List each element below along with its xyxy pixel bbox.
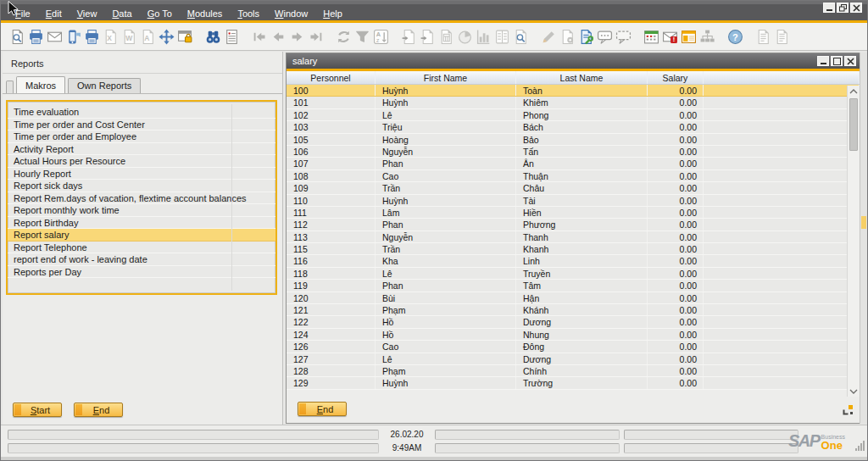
tab-makros[interactable]: Makros xyxy=(16,76,65,93)
table-row[interactable]: 120BùiHận0.00 xyxy=(287,292,860,304)
journal-icon[interactable] xyxy=(492,27,511,46)
menu-window[interactable]: Window xyxy=(267,7,315,20)
report-list-item[interactable]: Time per order and Employee xyxy=(8,131,275,143)
export-word-icon[interactable]: W xyxy=(120,27,138,46)
menu-edit[interactable]: Edit xyxy=(38,7,70,20)
table-row[interactable]: 109TrầnChâu0.00 xyxy=(287,182,860,194)
last-record-icon[interactable] xyxy=(306,27,325,46)
minimize-button[interactable] xyxy=(823,3,835,13)
table-row[interactable]: 122HồDương0.00 xyxy=(287,316,860,328)
scroll-down-button[interactable] xyxy=(848,386,860,397)
salary-end-button[interactable]: End xyxy=(298,402,347,416)
table-row[interactable]: 127LêDương0.00 xyxy=(287,353,860,365)
report-list-item[interactable]: Report Birthday xyxy=(8,217,275,230)
table-row[interactable]: 126CaoĐông0.00 xyxy=(287,341,860,353)
refresh-icon[interactable] xyxy=(334,27,353,46)
report-list-item[interactable]: Activity Report xyxy=(8,143,275,156)
scroll-up-button[interactable] xyxy=(848,86,860,97)
table-row[interactable]: 102LêPhong0.00 xyxy=(287,109,860,121)
report-list-item[interactable]: report end of work - leaving date xyxy=(8,253,275,266)
column-header-first-name[interactable]: First Name xyxy=(376,71,516,84)
export-excel-icon[interactable]: X xyxy=(101,27,120,46)
fax-icon[interactable] xyxy=(82,27,101,46)
table-row[interactable]: 107PhanÂn0.00 xyxy=(287,158,860,169)
doc-note-icon[interactable] xyxy=(754,27,772,46)
table-row[interactable]: 121PhạmKhánh0.00 xyxy=(287,304,860,316)
move-window-icon[interactable] xyxy=(157,27,175,46)
table-row[interactable]: 105HoàngBảo0.00 xyxy=(287,134,860,146)
form-settings-icon[interactable] xyxy=(576,27,595,46)
menu-tools[interactable]: Tools xyxy=(230,7,267,20)
new-document-icon[interactable] xyxy=(558,27,576,46)
mobile-sync-icon[interactable] xyxy=(64,27,82,46)
export-pdf-icon[interactable]: A xyxy=(138,27,157,46)
report-list-item[interactable]: Time evaluation xyxy=(8,106,275,119)
doc-note2-icon[interactable] xyxy=(772,27,791,46)
table-row[interactable]: 111LâmHiền0.00 xyxy=(287,207,860,219)
end-button[interactable]: End xyxy=(74,403,123,417)
print-preview-icon[interactable] xyxy=(8,27,26,46)
edit-pencil-icon[interactable] xyxy=(539,27,558,46)
menu-file[interactable]: File xyxy=(8,7,38,20)
table-row[interactable]: 129HuỳnhTrường0.00 xyxy=(287,377,860,389)
table-row[interactable]: 103TriệuBách0.00 xyxy=(287,121,860,133)
minimize-button[interactable] xyxy=(817,56,829,66)
pie-chart-icon[interactable] xyxy=(455,27,474,46)
close-button[interactable] xyxy=(844,56,856,66)
print-icon[interactable] xyxy=(26,27,45,46)
table-row[interactable]: 100HuỳnhToàn0.00 xyxy=(287,85,860,97)
scroll-thumb[interactable] xyxy=(849,98,858,151)
table-row[interactable]: 124HồNhung0.00 xyxy=(287,329,860,341)
start-button[interactable]: Start xyxy=(13,403,62,417)
copy-to-icon[interactable] xyxy=(418,27,437,46)
menu-view[interactable]: View xyxy=(70,7,105,20)
resize-grip[interactable] xyxy=(855,439,865,454)
report-list-item[interactable]: Report Rem.days of vacation, flextime ac… xyxy=(8,192,275,205)
report-list-item[interactable]: Hourly Report xyxy=(8,168,275,181)
close-button[interactable] xyxy=(850,3,862,13)
vertical-scrollbar[interactable] xyxy=(847,86,860,397)
table-row[interactable]: 113NguyễnThanh0.00 xyxy=(287,231,860,243)
previous-record-icon[interactable] xyxy=(269,27,287,46)
calculator-doc-icon[interactable] xyxy=(437,27,455,46)
column-header-salary[interactable]: Salary xyxy=(648,71,704,84)
report-list-item[interactable]: Actual Hours per Resource xyxy=(8,155,275,168)
report-list-item[interactable]: Report sick days xyxy=(8,180,275,192)
comment-dashed-icon[interactable] xyxy=(614,27,632,46)
menu-data[interactable]: Data xyxy=(104,7,139,20)
table-row[interactable]: 128PhạmChính0.00 xyxy=(287,365,860,377)
restore-button[interactable] xyxy=(837,3,849,13)
table-row[interactable]: 115TrầnKhanh0.00 xyxy=(287,243,860,255)
email-icon[interactable] xyxy=(45,27,64,46)
menu-modules[interactable]: Modules xyxy=(180,7,231,20)
filter-icon[interactable] xyxy=(353,27,371,46)
maximize-button[interactable] xyxy=(831,56,843,66)
report-list-item[interactable]: Report monthly work time xyxy=(8,204,275,217)
table-row[interactable]: 110HuỳnhTài0.00 xyxy=(287,195,860,207)
table-row[interactable]: 101HuỳnhKhiêm0.00 xyxy=(287,97,860,108)
table-row[interactable]: 119PhanTâm0.00 xyxy=(287,280,860,292)
table-row[interactable]: 116KhaLinh0.00 xyxy=(287,255,860,267)
comment-icon[interactable] xyxy=(595,27,614,46)
report-list-item[interactable]: Report salary xyxy=(8,229,275,242)
help-icon[interactable]: ? xyxy=(726,27,744,46)
first-record-icon[interactable] xyxy=(250,27,269,46)
sort-icon[interactable]: Az xyxy=(371,27,390,46)
report-list-item[interactable]: Time per order and Cost Center xyxy=(8,119,275,131)
next-record-icon[interactable] xyxy=(287,27,306,46)
list-icon[interactable] xyxy=(222,27,241,46)
table-row[interactable]: 118LêTruyền0.00 xyxy=(287,268,860,280)
report-window-icon[interactable] xyxy=(679,27,698,46)
report-list-item[interactable]: Reports per Day xyxy=(8,266,275,279)
expand-form-icon[interactable] xyxy=(842,403,854,416)
menu-help[interactable]: Help xyxy=(315,7,350,20)
report-list-item[interactable]: Report Telephone xyxy=(8,242,275,254)
column-header-personnel[interactable]: Personnel xyxy=(287,71,376,84)
table-row[interactable]: 106NguyễnTấn0.00 xyxy=(287,146,860,158)
tab-own-reports[interactable]: Own Reports xyxy=(68,78,141,93)
copy-from-icon[interactable] xyxy=(399,27,418,46)
lock-screen-icon[interactable] xyxy=(175,27,194,46)
calendar-icon[interactable] xyxy=(642,27,660,46)
alert-message-icon[interactable]: ! xyxy=(660,27,679,46)
column-header-last-name[interactable]: Last Name xyxy=(516,71,648,84)
